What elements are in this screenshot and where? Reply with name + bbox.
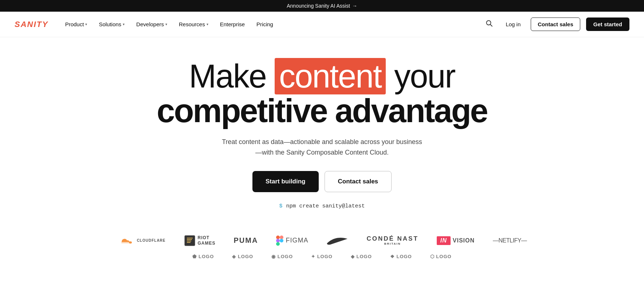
figma-logo-icon bbox=[276, 236, 283, 246]
figma-logo: Figma bbox=[276, 236, 308, 246]
logo-row2-7: ⬡ Logo bbox=[430, 254, 452, 259]
svg-rect-6 bbox=[276, 239, 280, 242]
svg-rect-4 bbox=[276, 236, 280, 239]
cloudflare-logo-icon bbox=[117, 235, 135, 246]
chevron-down-icon: ▾ bbox=[85, 22, 87, 26]
chevron-down-icon: ▾ bbox=[165, 22, 167, 26]
hero-buttons: Start building Contact sales bbox=[118, 171, 526, 192]
puma-logo: PUMA bbox=[234, 236, 258, 245]
nav-developers-label: Developers bbox=[136, 21, 164, 27]
logo-strip-2: ⬟ Logo ◈ Logo ◉ Logo ✦ logo ◆ LOGO ❖ log… bbox=[0, 250, 644, 267]
hero-section: Make content your competitive advantage … bbox=[103, 37, 541, 224]
svg-line-1 bbox=[490, 24, 492, 26]
riot-games-logo-icon bbox=[184, 235, 196, 246]
get-started-button[interactable]: Get started bbox=[586, 18, 629, 31]
announcement-link[interactable]: Announcing Sanity AI Assist → bbox=[287, 3, 357, 9]
invision-logo: in VISION bbox=[437, 236, 475, 245]
npm-command-text: npm create sanity@latest bbox=[286, 203, 365, 209]
nav-right: Log in Contact sales Get started bbox=[483, 17, 629, 31]
nav-links: Product ▾ Solutions ▾ Developers ▾ Resou… bbox=[60, 18, 483, 30]
logo-row2-4: ✦ logo bbox=[311, 254, 333, 259]
svg-rect-5 bbox=[280, 236, 283, 239]
hero-subtext: Treat content as data—actionable and sca… bbox=[220, 137, 424, 158]
hero-headline-suffix: your bbox=[394, 58, 455, 94]
announcement-bar: Announcing Sanity AI Assist → bbox=[0, 0, 644, 12]
navbar: SANITY Product ▾ Solutions ▾ Developers … bbox=[0, 12, 644, 37]
logo[interactable]: SANITY bbox=[15, 20, 48, 29]
nike-logo-icon bbox=[326, 237, 348, 245]
logo-row2-5: ◆ LOGO bbox=[351, 254, 372, 259]
riot-games-text: RIOT GAMES bbox=[198, 235, 216, 246]
hero-headline-prefix: Make bbox=[189, 58, 266, 94]
nav-solutions-label: Solutions bbox=[99, 21, 121, 27]
search-button[interactable] bbox=[483, 17, 495, 31]
svg-rect-7 bbox=[276, 242, 280, 246]
nav-item-enterprise[interactable]: Enterprise bbox=[215, 18, 250, 30]
login-button[interactable]: Log in bbox=[501, 18, 525, 30]
logo-row2-3: ◉ Logo bbox=[271, 254, 293, 259]
start-building-button[interactable]: Start building bbox=[252, 171, 319, 192]
logo-strip: CLOUDFLARE RIOT GAMES PUMA Figma bbox=[0, 224, 644, 250]
riot-games-logo: RIOT GAMES bbox=[184, 235, 216, 246]
svg-point-2 bbox=[129, 241, 132, 244]
nav-resources-label: Resources bbox=[179, 21, 205, 27]
figma-label: Figma bbox=[286, 237, 308, 244]
nav-item-pricing[interactable]: Pricing bbox=[251, 18, 278, 30]
conde-nast-logo: CONDÉ NAST BRITAIN bbox=[366, 236, 418, 245]
nav-item-solutions[interactable]: Solutions ▾ bbox=[94, 18, 130, 30]
npm-command: $ npm create sanity@latest bbox=[279, 203, 365, 209]
contact-sales-nav-button[interactable]: Contact sales bbox=[531, 18, 580, 31]
svg-point-8 bbox=[280, 239, 283, 242]
hero-headline-line2: competitive advantage bbox=[118, 94, 526, 128]
logo-row2-2: ◈ Logo bbox=[232, 254, 253, 259]
dollar-sign-icon: $ bbox=[279, 203, 282, 209]
puma-label: PUMA bbox=[234, 236, 258, 245]
hero-headline: Make content your competitive advantage bbox=[118, 59, 526, 128]
invision-label: VISION bbox=[453, 237, 475, 244]
logo-row2-1: ⬟ Logo bbox=[192, 254, 214, 259]
announcement-text: Announcing Sanity AI Assist bbox=[287, 3, 350, 9]
cloudflare-label: CLOUDFLARE bbox=[137, 238, 166, 242]
hero-contact-sales-button[interactable]: Contact sales bbox=[325, 171, 392, 192]
search-icon bbox=[486, 20, 492, 27]
cloudflare-logo: CLOUDFLARE bbox=[117, 235, 166, 246]
nav-item-resources[interactable]: Resources ▾ bbox=[174, 18, 213, 30]
announcement-arrow: → bbox=[352, 3, 357, 9]
logo-row2-6: ❖ logo bbox=[390, 254, 412, 259]
nav-item-developers[interactable]: Developers ▾ bbox=[131, 18, 172, 30]
chevron-down-icon: ▾ bbox=[207, 22, 208, 26]
netlify-logo: —netlify— bbox=[493, 237, 527, 244]
nike-logo bbox=[326, 237, 348, 245]
nav-pricing-label: Pricing bbox=[256, 21, 273, 27]
conde-nast-text: CONDÉ NAST BRITAIN bbox=[366, 236, 418, 245]
netlify-label: —netlify— bbox=[493, 237, 527, 244]
nav-product-label: Product bbox=[65, 21, 84, 27]
nav-enterprise-label: Enterprise bbox=[220, 21, 245, 27]
invision-badge: in bbox=[437, 236, 451, 245]
nav-item-product[interactable]: Product ▾ bbox=[60, 18, 93, 30]
hero-headline-highlight: content bbox=[275, 58, 386, 94]
chevron-down-icon: ▾ bbox=[123, 22, 125, 26]
